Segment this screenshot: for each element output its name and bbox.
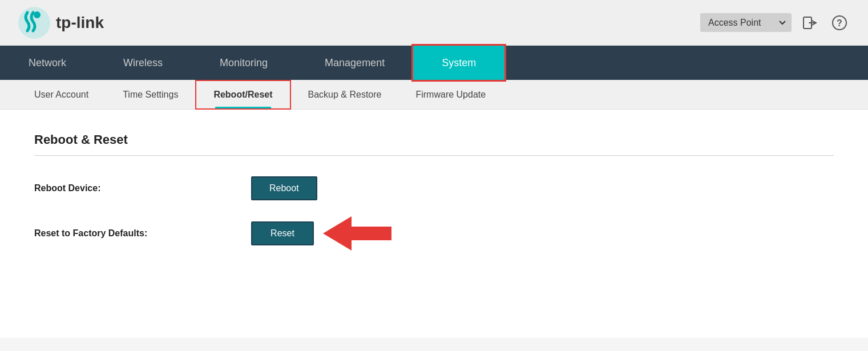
nav-item-wireless[interactable]: Wireless xyxy=(95,46,191,80)
logout-icon xyxy=(802,15,818,31)
svg-point-1 xyxy=(34,11,41,18)
sub-nav-user-account[interactable]: User Account xyxy=(17,80,106,110)
reset-button[interactable]: Reset xyxy=(251,221,314,245)
sub-nav-backup-restore[interactable]: Backup & Restore xyxy=(291,80,399,110)
reboot-row: Reboot Device: Reboot xyxy=(34,176,834,200)
help-button[interactable]: ? xyxy=(828,11,851,34)
reset-row: Reset to Factory Defaults: Reset xyxy=(34,216,834,251)
nav-item-management[interactable]: Management xyxy=(296,46,413,80)
brand-name: tp-link xyxy=(56,14,104,32)
access-point-select[interactable]: Access Point xyxy=(700,13,792,32)
red-arrow-annotation xyxy=(323,216,391,251)
sub-nav-firmware-update[interactable]: Firmware Update xyxy=(398,80,503,110)
reset-label: Reset to Factory Defaults: xyxy=(34,228,251,239)
content-area: Reboot & Reset Reboot Device: Reboot Res… xyxy=(0,110,868,338)
main-nav: Network Wireless Monitoring Management S… xyxy=(0,46,868,80)
section-title: Reboot & Reset xyxy=(34,132,834,156)
logo-area: tp-link xyxy=(17,6,104,40)
reboot-button[interactable]: Reboot xyxy=(251,176,317,200)
svg-marker-6 xyxy=(323,216,391,251)
reboot-label: Reboot Device: xyxy=(34,183,251,193)
sub-nav: User Account Time Settings Reboot/Reset … xyxy=(0,80,868,110)
header: tp-link Access Point ? xyxy=(0,0,868,46)
svg-text:?: ? xyxy=(837,18,842,28)
nav-item-monitoring[interactable]: Monitoring xyxy=(191,46,296,80)
sub-nav-time-settings[interactable]: Time Settings xyxy=(106,80,195,110)
nav-item-network[interactable]: Network xyxy=(0,46,95,80)
sub-nav-reboot-reset[interactable]: Reboot/Reset xyxy=(195,80,290,110)
tplink-logo xyxy=(17,6,51,40)
help-icon: ? xyxy=(831,15,847,31)
red-arrow-icon xyxy=(323,216,391,251)
nav-item-system[interactable]: System xyxy=(413,46,504,80)
header-right: Access Point ? xyxy=(700,11,851,34)
logout-button[interactable] xyxy=(798,11,821,34)
